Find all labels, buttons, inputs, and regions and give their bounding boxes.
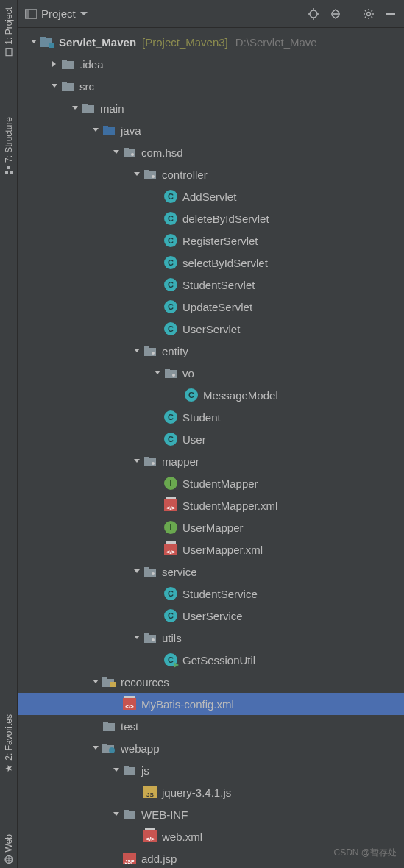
class-icon: C: [163, 410, 178, 424]
tree-row[interactable]: CAddServlet: [18, 185, 404, 207]
jsp-icon: JSP: [122, 853, 137, 864]
tree-row[interactable]: webapp: [18, 737, 404, 759]
tree-row[interactable]: IUserMapper: [18, 516, 404, 538]
tree-row[interactable]: recources: [18, 671, 404, 693]
tree-row[interactable]: controller: [18, 163, 404, 185]
tree-row[interactable]: service: [18, 561, 404, 583]
tab-favorites[interactable]: ★ 2: Favorites: [2, 710, 15, 778]
tree-row[interactable]: </>MyBatis-config.xml: [18, 693, 404, 715]
chevron-down-icon[interactable]: [131, 458, 143, 465]
tree-row[interactable]: CUserServlet: [18, 318, 404, 340]
tree-row[interactable]: CselectByIdServlet: [18, 252, 404, 274]
package-icon: [143, 346, 157, 356]
chevron-down-icon[interactable]: [110, 149, 122, 156]
folder-web-icon: [102, 743, 116, 753]
tree-label: controller: [162, 168, 208, 181]
tree-label: add.jsp: [141, 853, 177, 865]
tree-label: vo: [182, 367, 194, 380]
tree-row[interactable]: CRegisterServlet: [18, 230, 404, 252]
chevron-down-icon[interactable]: [131, 347, 143, 355]
module-icon: [40, 36, 54, 48]
tab-project[interactable]: 1: Project: [2, 3, 15, 61]
tree-label: StudentMapper: [182, 477, 258, 490]
tree-row[interactable]: .idea: [18, 53, 404, 75]
svg-rect-23: [124, 148, 129, 150]
tree-row[interactable]: CUpdateServlet: [18, 296, 404, 318]
tree-row[interactable]: CStudent: [18, 406, 404, 428]
tree-row[interactable]: CMessageModel: [18, 384, 404, 406]
chevron-down-icon[interactable]: [131, 634, 143, 641]
tab-web[interactable]: Web: [2, 830, 15, 868]
tree-row[interactable]: js: [18, 759, 404, 781]
tree-label: web.xml: [162, 830, 202, 843]
chevron-down-icon[interactable]: [110, 766, 122, 774]
watermark: CSDN @暂存处: [333, 847, 397, 859]
gear-icon[interactable]: [363, 8, 375, 20]
minimize-icon[interactable]: [385, 8, 397, 20]
tree-row[interactable]: vo: [18, 362, 404, 384]
tree-label: UserServlet: [182, 323, 240, 335]
tree-label: src: [79, 80, 94, 93]
dropdown-icon[interactable]: [80, 12, 88, 16]
chevron-down-icon[interactable]: [90, 678, 102, 686]
tree-row[interactable]: src: [18, 75, 404, 97]
tree-row[interactable]: com.hsd: [18, 141, 404, 163]
js-icon: JS: [143, 786, 157, 798]
tree-row[interactable]: </>UserMapper.xml: [18, 538, 404, 561]
chevron-down-icon[interactable]: [152, 369, 163, 377]
tree-row[interactable]: test: [18, 715, 404, 737]
tree-label: service: [162, 566, 197, 578]
tree-row[interactable]: WEB-INF: [18, 803, 404, 825]
svg-rect-10: [386, 13, 395, 15]
tree-row[interactable]: CdeleteByIdServlet: [18, 207, 404, 230]
tree-label: test: [121, 720, 138, 733]
svg-point-30: [152, 352, 155, 355]
package-icon: [143, 456, 157, 466]
tree-row[interactable]: CUserService: [18, 605, 404, 627]
package-icon: [143, 633, 157, 643]
tree-row[interactable]: entity: [18, 340, 404, 362]
locate-icon[interactable]: [308, 8, 319, 20]
svg-rect-16: [62, 83, 74, 91]
tree-row[interactable]: CUser: [18, 428, 404, 450]
chevron-down-icon[interactable]: [49, 82, 60, 90]
tree-label: UserService: [182, 610, 243, 622]
svg-point-39: [152, 572, 155, 575]
package-icon: [122, 147, 137, 157]
tree-row[interactable]: JSjquery-3.4.1.js: [18, 781, 404, 803]
tree-row[interactable]: CGetSessionUtil: [18, 649, 404, 671]
collapse-icon[interactable]: [330, 8, 341, 20]
chevron-down-icon[interactable]: [90, 127, 102, 134]
chevron-down-icon[interactable]: [69, 104, 81, 112]
class-run-icon: C: [163, 653, 178, 666]
class-icon: C: [163, 322, 178, 335]
xml-icon: </>: [122, 698, 137, 710]
svg-point-7: [310, 10, 317, 18]
tree-row[interactable]: </>web.xml: [18, 825, 404, 847]
class-icon: C: [163, 609, 178, 622]
chevron-down-icon[interactable]: [90, 744, 102, 752]
chevron-down-icon[interactable]: [110, 811, 122, 818]
tree-row[interactable]: utils: [18, 627, 404, 649]
svg-rect-45: [110, 682, 116, 687]
tab-structure[interactable]: 7: Structure: [2, 113, 15, 179]
chevron-down-icon[interactable]: [131, 171, 143, 178]
tree-row[interactable]: CStudentService: [18, 583, 404, 605]
tree-label: UserMapper: [182, 522, 244, 534]
tree-row[interactable]: main: [18, 97, 404, 119]
chevron-down-icon[interactable]: [131, 568, 143, 575]
chevron-down-icon[interactable]: [28, 38, 40, 46]
class-icon: C: [163, 587, 178, 600]
tree-row[interactable]: IStudentMapper: [18, 472, 404, 494]
chevron-right-icon[interactable]: [49, 60, 60, 68]
folder-icon: [60, 81, 75, 91]
tree-row[interactable]: Servlet_Maven[Project_Maven3]D:\Servlet_…: [18, 31, 404, 53]
tree-label: StudentServlet: [182, 279, 255, 291]
folder-icon: [122, 765, 137, 775]
tree-row[interactable]: mapper: [18, 450, 404, 472]
tree-row[interactable]: java: [18, 119, 404, 141]
project-tree[interactable]: Servlet_Maven[Project_Maven3]D:\Servlet_…: [18, 28, 404, 868]
tree-row[interactable]: CStudentServlet: [18, 274, 404, 296]
toolbar-title[interactable]: Project: [41, 7, 76, 20]
tree-row[interactable]: </>StudentMapper.xml: [18, 494, 404, 516]
